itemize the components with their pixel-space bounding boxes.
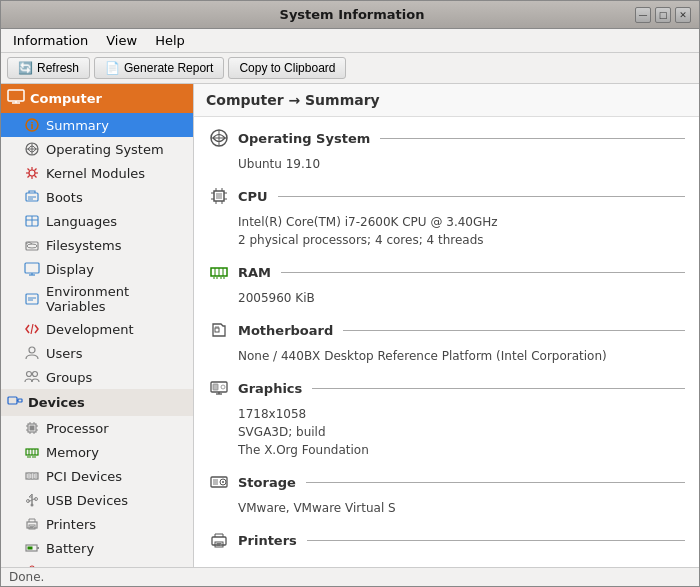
sidebar-item-languages[interactable]: Languages bbox=[1, 209, 193, 233]
sidebar-item-printers-label: Printers bbox=[46, 517, 96, 532]
section-printers: Printers bbox=[202, 525, 691, 555]
svg-point-24 bbox=[27, 244, 37, 248]
sidebar-item-pci[interactable]: PCI Devices bbox=[1, 464, 193, 488]
main-window: System Information — □ ✕ Information Vie… bbox=[0, 0, 700, 587]
env-icon bbox=[23, 290, 41, 308]
computer-icon bbox=[7, 88, 25, 109]
sidebar-item-languages-label: Languages bbox=[46, 214, 117, 229]
sidebar-item-users[interactable]: Users bbox=[1, 341, 193, 365]
graphics-content-icon bbox=[208, 377, 230, 399]
svg-rect-114 bbox=[213, 384, 218, 390]
sidebar-item-usb[interactable]: USB Devices bbox=[1, 488, 193, 512]
menu-information[interactable]: Information bbox=[5, 31, 96, 50]
section-storage-value: VMware, VMware Virtual S bbox=[202, 497, 691, 521]
os-content-icon bbox=[208, 127, 230, 149]
report-icon: 📄 bbox=[105, 61, 120, 75]
refresh-button[interactable]: 🔄 Refresh bbox=[7, 57, 90, 79]
menu-view[interactable]: View bbox=[98, 31, 145, 50]
svg-rect-59 bbox=[35, 473, 37, 479]
sidebar-item-battery[interactable]: Battery bbox=[1, 536, 193, 560]
filesystems-icon bbox=[23, 236, 41, 254]
section-os-value: Ubuntu 19.10 bbox=[202, 153, 691, 177]
main-content: Computer i Summary bbox=[1, 84, 699, 567]
sidebar-item-boots[interactable]: Boots bbox=[1, 185, 193, 209]
content-breadcrumb: Computer → Summary bbox=[194, 84, 699, 117]
svg-line-15 bbox=[35, 169, 37, 171]
sidebar-section-devices[interactable]: Devices bbox=[1, 389, 193, 416]
sidebar-item-sensors[interactable]: Sensors bbox=[1, 560, 193, 567]
refresh-icon: 🔄 bbox=[18, 61, 33, 75]
toolbar: 🔄 Refresh 📄 Generate Report Copy to Clip… bbox=[1, 53, 699, 84]
sidebar-item-printers[interactable]: Printers bbox=[1, 512, 193, 536]
svg-text:i: i bbox=[30, 121, 33, 131]
generate-report-button[interactable]: 📄 Generate Report bbox=[94, 57, 224, 79]
sidebar-item-users-label: Users bbox=[46, 346, 82, 361]
users-icon bbox=[23, 344, 41, 362]
section-graphics: Graphics 1718x1058 SVGA3D; build The X.O… bbox=[202, 373, 691, 463]
sidebar-item-os[interactable]: Operating System bbox=[1, 137, 193, 161]
window-controls: — □ ✕ bbox=[635, 7, 691, 23]
section-motherboard: Motherboard None / 440BX Desktop Referen… bbox=[202, 315, 691, 369]
sidebar-item-env-label: Environment Variables bbox=[46, 284, 187, 314]
close-button[interactable]: ✕ bbox=[675, 7, 691, 23]
sidebar-item-summary-label: Summary bbox=[46, 118, 109, 133]
section-audio-title: Audio bbox=[202, 559, 691, 567]
titlebar: System Information — □ ✕ bbox=[1, 1, 699, 29]
sidebar-item-display-label: Display bbox=[46, 262, 94, 277]
sidebar-item-env[interactable]: Environment Variables bbox=[1, 281, 193, 317]
sidebar-item-display[interactable]: Display bbox=[1, 257, 193, 281]
sidebar: Computer i Summary bbox=[1, 84, 194, 567]
svg-point-64 bbox=[31, 504, 34, 507]
storage-content-icon bbox=[208, 471, 230, 493]
sidebar-item-processor[interactable]: Processor bbox=[1, 416, 193, 440]
section-os-title: Operating System bbox=[202, 123, 691, 153]
sidebar-item-battery-label: Battery bbox=[46, 541, 94, 556]
svg-rect-91 bbox=[216, 193, 222, 199]
content-body: Operating System Ubuntu 19.10 bbox=[194, 117, 699, 567]
svg-rect-0 bbox=[8, 90, 24, 101]
sidebar-item-filesystems[interactable]: Filesystems bbox=[1, 233, 193, 257]
svg-rect-36 bbox=[18, 399, 22, 402]
menu-help[interactable]: Help bbox=[147, 31, 193, 50]
sidebar-item-development[interactable]: Development bbox=[1, 317, 193, 341]
section-graphics-value: 1718x1058 SVGA3D; build The X.Org Founda… bbox=[202, 403, 691, 463]
sidebar-item-boots-label: Boots bbox=[46, 190, 83, 205]
sidebar-item-groups-label: Groups bbox=[46, 370, 92, 385]
section-cpu: CPU Intel(R) Core(TM) i7-2600K CPU @ 3.4… bbox=[202, 181, 691, 253]
statusbar: Done. bbox=[1, 567, 699, 586]
devices-label: Devices bbox=[28, 395, 85, 410]
svg-line-16 bbox=[28, 176, 30, 178]
copy-clipboard-button[interactable]: Copy to Clipboard bbox=[228, 57, 346, 79]
svg-line-13 bbox=[28, 169, 30, 171]
status-text: Done. bbox=[9, 570, 44, 584]
section-cpu-value: Intel(R) Core(TM) i7-2600K CPU @ 3.40GHz… bbox=[202, 211, 691, 253]
section-storage-title: Storage bbox=[202, 467, 691, 497]
svg-point-33 bbox=[27, 372, 32, 377]
sidebar-item-os-label: Operating System bbox=[46, 142, 164, 157]
kernel-icon bbox=[23, 164, 41, 182]
ram-content-icon bbox=[208, 261, 230, 283]
sidebar-item-pci-label: PCI Devices bbox=[46, 469, 122, 484]
usb-icon bbox=[23, 491, 41, 509]
section-audio: Audio bbox=[202, 559, 691, 567]
processor-icon bbox=[23, 419, 41, 437]
svg-rect-35 bbox=[8, 397, 17, 404]
svg-rect-25 bbox=[25, 263, 39, 273]
battery-icon bbox=[23, 539, 41, 557]
sidebar-item-memory-label: Memory bbox=[46, 445, 99, 460]
svg-rect-58 bbox=[32, 473, 34, 479]
maximize-button[interactable]: □ bbox=[655, 7, 671, 23]
sidebar-section-computer[interactable]: Computer bbox=[1, 84, 193, 113]
development-icon bbox=[23, 320, 41, 338]
sidebar-item-kernel[interactable]: Kernel Modules bbox=[1, 161, 193, 185]
svg-rect-28 bbox=[26, 294, 38, 304]
sidebar-item-groups[interactable]: Groups bbox=[1, 365, 193, 389]
section-graphics-title: Graphics bbox=[202, 373, 691, 403]
sidebar-item-memory[interactable]: Memory bbox=[1, 440, 193, 464]
section-ram-value: 2005960 KiB bbox=[202, 287, 691, 311]
menubar: Information View Help bbox=[1, 29, 699, 53]
minimize-button[interactable]: — bbox=[635, 7, 651, 23]
display-icon bbox=[23, 260, 41, 278]
sidebar-item-summary[interactable]: i Summary bbox=[1, 113, 193, 137]
svg-point-115 bbox=[221, 385, 225, 389]
